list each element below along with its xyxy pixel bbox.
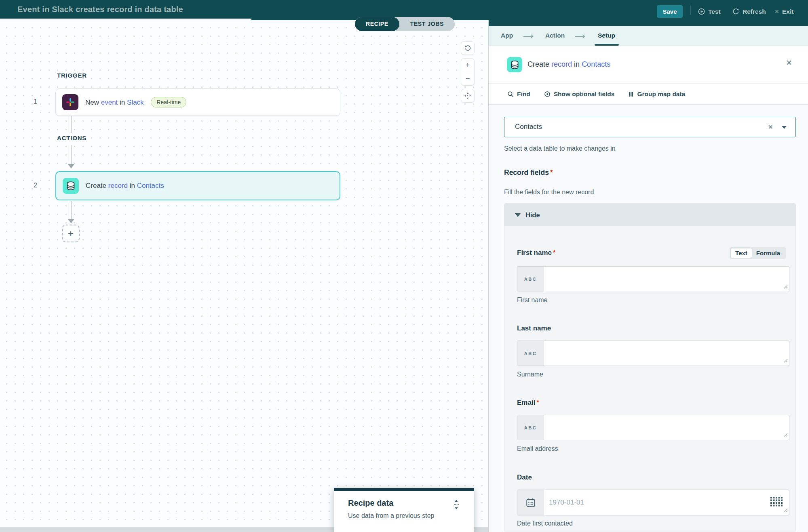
action-record-link[interactable]: record (108, 182, 128, 189)
find-button[interactable]: Find (507, 90, 530, 98)
group-bars-icon (628, 91, 634, 97)
refresh-label: Refresh (743, 8, 766, 15)
connector-arrowhead (68, 164, 74, 168)
date-input-body[interactable]: 1970-01-01 (544, 490, 789, 515)
show-optional-fields-button[interactable]: Show optional fields (544, 90, 615, 98)
breadcrumb-app[interactable]: App (501, 32, 513, 39)
action-table-link[interactable]: Contacts (137, 182, 164, 189)
header-divider (690, 6, 691, 15)
search-icon (507, 91, 514, 97)
recipe-data-title: Recipe data (348, 498, 393, 508)
action-header: Create record in Contacts × (489, 46, 808, 83)
record-fields-helper: Fill the fields for the new record (504, 189, 594, 196)
reset-zoom-button[interactable] (461, 41, 475, 55)
find-label: Find (517, 90, 530, 98)
refresh-button[interactable]: Refresh (732, 5, 766, 18)
first-name-input: ABC (517, 266, 789, 292)
tab-test-jobs[interactable]: TEST JOBS (399, 17, 455, 31)
group-map-data-label: Group map data (637, 90, 685, 98)
resize-handle-icon[interactable] (784, 507, 788, 514)
chevron-down-icon (515, 213, 521, 217)
hide-label: Hide (525, 211, 540, 219)
datapill-grid-icon[interactable] (770, 497, 783, 508)
toggle-formula-option[interactable]: Formula (752, 248, 785, 258)
test-label: Test (708, 8, 721, 15)
action-title: Create record in Contacts (527, 60, 610, 69)
trigger-event-link[interactable]: event (101, 99, 118, 106)
date-helper: Date first contacted (517, 520, 573, 527)
recipe-canvas[interactable]: TRIGGER 1 New event in Slack Real-time A… (0, 20, 488, 532)
clear-selection-icon[interactable]: × (768, 122, 773, 132)
email-textarea[interactable] (544, 415, 789, 440)
action-step-card-selected[interactable]: Create record in Contacts (55, 171, 340, 200)
step-word: in (130, 182, 135, 189)
abc-type-label: ABC (524, 351, 537, 356)
breadcrumb-setup-active[interactable]: Setup (598, 32, 615, 39)
chevron-down-icon[interactable] (782, 126, 787, 129)
required-asterisk: * (536, 399, 539, 406)
test-button[interactable]: Test (698, 5, 721, 18)
recipe-data-drawer[interactable]: Recipe data Use data from a previous ste… (334, 488, 474, 532)
connector-line (71, 116, 72, 133)
trigger-app-link[interactable]: Slack (127, 99, 144, 106)
abc-type-label: ABC (524, 425, 537, 430)
tab-recipe[interactable]: RECIPE (355, 17, 399, 31)
title-word: Create (527, 60, 549, 68)
breadcrumb-action[interactable]: Action (545, 32, 565, 39)
exit-x-icon: × (775, 8, 779, 15)
realtime-badge: Real-time (151, 97, 186, 107)
arrow-right-icon (574, 33, 586, 40)
target-circle-icon (544, 91, 551, 97)
close-panel-icon[interactable]: × (786, 58, 792, 67)
config-breadcrumb: App Action Setup (489, 26, 808, 46)
group-map-data-button[interactable]: Group map data (628, 90, 685, 98)
view-tabs: RECIPE TEST JOBS (355, 17, 455, 31)
toggle-text-option[interactable]: Text (731, 248, 752, 258)
first-name-textarea[interactable] (544, 267, 789, 292)
selected-table-value: Contacts (515, 123, 542, 131)
trigger-section-label: TRIGGER (57, 72, 87, 79)
resize-handle-icon[interactable] (784, 283, 788, 290)
step-word: New (85, 99, 99, 106)
data-table-icon (507, 57, 522, 72)
actions-section-label: ACTIONS (57, 135, 86, 141)
refresh-icon (732, 8, 739, 15)
date-input: 1970-01-01 (517, 490, 789, 515)
email-helper: Email address (517, 445, 558, 452)
title-record-link[interactable]: record (551, 60, 572, 68)
zoom-out-button[interactable]: − (461, 72, 475, 85)
last-name-input: ABC (517, 341, 789, 366)
save-button[interactable]: Save (657, 5, 683, 18)
action-step-text: Create record in Contacts (86, 182, 164, 190)
last-name-textarea[interactable] (544, 341, 789, 366)
hide-collapse-bar[interactable]: Hide (504, 204, 795, 226)
title-table-link[interactable]: Contacts (582, 60, 610, 68)
record-fields-text: Record fields (504, 168, 549, 177)
add-step-button[interactable]: + (62, 225, 80, 242)
step-word: in (120, 99, 125, 106)
input-mode-toggle: Text Formula (730, 247, 786, 259)
show-optional-fields-label: Show optional fields (554, 90, 615, 98)
active-tab-underline (595, 44, 619, 46)
zoom-in-button[interactable]: + (461, 59, 475, 72)
resize-handle-icon[interactable] (784, 431, 788, 439)
pan-fit-button[interactable] (461, 89, 475, 103)
trigger-step-card[interactable]: New event in Slack Real-time (55, 88, 340, 116)
label-text: First name (517, 249, 552, 257)
pan-icon (464, 92, 471, 99)
reset-icon (464, 45, 471, 52)
label-text: Email (517, 399, 535, 406)
resize-handle-icon[interactable] (784, 357, 788, 364)
exit-button[interactable]: × Exit (775, 5, 793, 18)
record-fields-card: Hide First name* Text Formula ABC First … (504, 203, 796, 532)
panel-toolbar: Find Show optional fields Group map data (489, 83, 808, 105)
connector-line (71, 145, 72, 164)
data-table-select[interactable]: Contacts × (504, 117, 796, 137)
calendar-icon (517, 490, 544, 515)
arrow-right-icon (523, 33, 535, 40)
first-name-label: First name* (517, 249, 556, 257)
play-circle-icon (698, 8, 705, 15)
email-label: Email* (517, 399, 539, 407)
required-asterisk: * (553, 249, 556, 257)
drag-handle-icon[interactable] (453, 499, 460, 511)
